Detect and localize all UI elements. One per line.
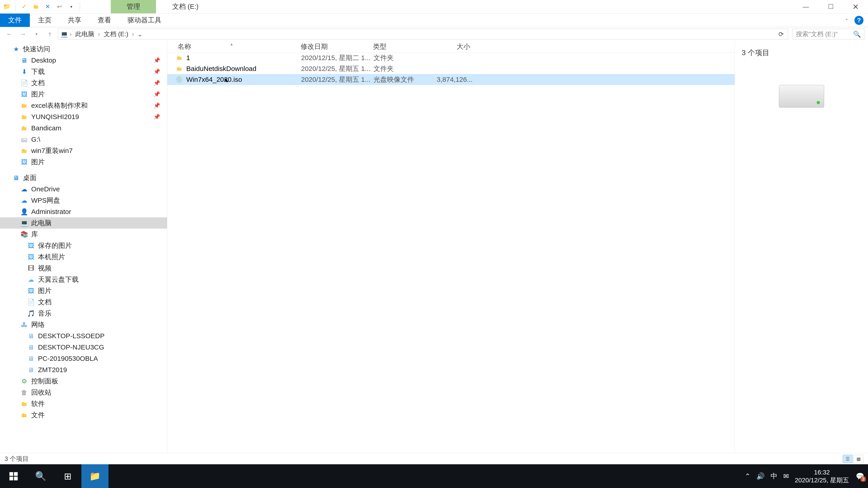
column-header-date[interactable]: 修改日期 — [301, 42, 373, 51]
task-view-button[interactable]: ⊞ — [54, 464, 81, 488]
tree-item-folder[interactable]: 🖿win7重装win7 — [0, 145, 167, 156]
wps-icon: ☁ — [20, 197, 28, 204]
tree-item-onedrive[interactable]: ☁OneDrive — [0, 184, 167, 195]
contextual-tab-manage[interactable]: 管理 — [111, 0, 156, 13]
qat-undo-icon[interactable]: ↩ — [55, 2, 64, 11]
status-bar: 3 个项目 ☰ ▦ — [0, 453, 868, 464]
tree-item-network-pc[interactable]: 🖥ZMT2019 — [0, 364, 167, 376]
search-button[interactable]: 🔍 — [27, 464, 54, 488]
maximize-button[interactable]: ☐ — [818, 0, 843, 13]
file-row[interactable]: 🖿 BaiduNetdiskDownload 2020/12/25, 星期五 1… — [167, 63, 735, 74]
tree-item-library[interactable]: ☁天翼云盘下载 — [0, 274, 167, 285]
tree-item-pictures[interactable]: 🖼图片📌 — [0, 89, 167, 100]
tree-label: 天翼云盘下载 — [38, 275, 79, 284]
breadcrumb-drive[interactable]: 文档 (E:) — [101, 30, 131, 38]
svg-rect-1 — [14, 472, 18, 476]
tree-item-documents[interactable]: 📄文档📌 — [0, 77, 167, 89]
recent-locations-icon[interactable]: ▾ — [31, 29, 42, 40]
status-item-count: 3 个项目 — [4, 455, 29, 463]
breadcrumb-pc[interactable]: 此电脑 — [73, 30, 96, 38]
up-button[interactable]: ↑ — [44, 29, 56, 40]
tree-item-library[interactable]: 🖼保存的图片 — [0, 240, 167, 251]
tree-label: DESKTOP-NJEU3CG — [38, 344, 104, 351]
search-input[interactable]: 搜索"文档 (E:)" 🔍 — [793, 29, 864, 39]
tree-item-network-pc[interactable]: 🖥PC-20190530OBLA — [0, 353, 167, 364]
tree-item-folder[interactable]: 🖿文件 — [0, 410, 167, 421]
file-row[interactable]: 💿 Win7x64_2020.iso 2020/12/25, 星期五 1... … — [167, 74, 735, 85]
start-button[interactable] — [0, 464, 27, 488]
view-icons-button[interactable]: ▦ — [854, 455, 864, 463]
navigation-pane[interactable]: ★ 快速访问 🖥Desktop📌 ⬇下载📌 📄文档📌 🖼图片📌 🖿excel表格… — [0, 41, 167, 453]
taskbar-app-explorer[interactable]: 📁 — [81, 464, 108, 488]
tree-item-desktop[interactable]: 🖥Desktop📌 — [0, 55, 167, 66]
search-icon[interactable]: 🔍 — [853, 31, 861, 38]
tree-item-library[interactable]: 🖼图片 — [0, 285, 167, 296]
tree-item-user[interactable]: 👤Administrator — [0, 206, 167, 217]
tray-app-icon[interactable]: ✉ — [783, 472, 789, 480]
tree-item-recycle-bin[interactable]: 🗑回收站 — [0, 387, 167, 398]
details-pane: 3 个项目 — [735, 41, 868, 453]
column-header-size[interactable]: 大小 — [436, 42, 477, 51]
tree-item-control-panel[interactable]: ⚙控制面板 — [0, 376, 167, 387]
qat-dropdown-icon[interactable]: ▾ — [67, 2, 76, 11]
computer-icon: 🖥 — [27, 366, 35, 374]
tree-item-library[interactable]: 🎞视频 — [0, 263, 167, 274]
computer-icon: 🖥 — [27, 332, 35, 340]
tree-item-folder[interactable]: 🖿excel表格制作求和📌 — [0, 100, 167, 111]
close-button[interactable]: ✕ — [843, 0, 868, 13]
back-button[interactable]: ← — [4, 29, 15, 40]
crumb-sep-icon[interactable]: › — [70, 31, 72, 38]
minimize-button[interactable]: — — [794, 0, 818, 13]
file-date: 2020/12/25, 星期五 1... — [301, 64, 373, 73]
tree-item-this-pc[interactable]: 💻此电脑 — [0, 217, 167, 229]
computer-icon: 🖥 — [27, 355, 35, 362]
tree-label: 文档 — [31, 78, 45, 88]
tree-label: 保存的图片 — [38, 241, 72, 250]
tree-item-network-pc[interactable]: 🖥DESKTOP-NJEU3CG — [0, 341, 167, 353]
column-header-name[interactable]: 名称▴ — [167, 42, 301, 51]
view-details-button[interactable]: ☰ — [843, 455, 852, 463]
tree-item-library[interactable]: 🎵音乐 — [0, 308, 167, 319]
ribbon-tab-home[interactable]: 主页 — [30, 13, 60, 27]
file-row[interactable]: 🖿 1 2020/12/15, 星期二 1... 文件夹 — [167, 53, 735, 63]
help-icon[interactable]: ? — [855, 16, 864, 25]
tree-item-library[interactable]: 📄文档 — [0, 296, 167, 308]
ribbon-tab-share[interactable]: 共享 — [60, 13, 90, 27]
svg-rect-0 — [9, 472, 13, 476]
tree-item-wps[interactable]: ☁WPS网盘 — [0, 195, 167, 206]
action-center-icon[interactable]: 💬3 — [855, 471, 865, 481]
tree-item-folder[interactable]: 🖿软件 — [0, 398, 167, 410]
crumb-sep-icon[interactable]: › — [132, 31, 134, 38]
tree-item-library[interactable]: 🖼本机照片 — [0, 251, 167, 263]
ribbon-tab-drive-tools[interactable]: 驱动器工具 — [119, 13, 169, 27]
volume-icon[interactable]: 🔊 — [756, 472, 765, 480]
clock[interactable]: 16:32 2020/12/25, 星期五 — [795, 468, 849, 484]
tree-item-network[interactable]: 🖧网络 — [0, 319, 167, 330]
file-name: 1 — [186, 54, 301, 62]
refresh-icon[interactable]: ⟳ — [777, 31, 785, 38]
tree-item-drive[interactable]: 🖴G:\ — [0, 134, 167, 145]
forward-button[interactable]: → — [17, 29, 29, 40]
qat-properties-icon[interactable]: ✓ — [20, 2, 29, 11]
tree-item-downloads[interactable]: ⬇下载📌 — [0, 66, 167, 77]
tree-item-folder[interactable]: 🖿Bandicam — [0, 123, 167, 134]
tree-item-folder[interactable]: 🖿YUNQISHI2019📌 — [0, 111, 167, 123]
tree-quick-access[interactable]: ★ 快速访问 — [0, 43, 167, 55]
address-dropdown-icon[interactable]: ⌄ — [135, 31, 144, 38]
tray-overflow-icon[interactable]: ⌃ — [745, 472, 750, 480]
tree-desktop-root[interactable]: 🖥桌面 — [0, 172, 167, 184]
qat-delete-icon[interactable]: ✕ — [43, 2, 52, 11]
ribbon-collapse-icon[interactable]: ⌃ — [843, 17, 850, 24]
tree-label: 软件 — [31, 399, 45, 409]
file-list[interactable]: 名称▴ 修改日期 类型 大小 🖿 1 2020/12/15, 星期二 1... … — [167, 41, 735, 453]
tree-item-libraries[interactable]: 📚库 — [0, 229, 167, 240]
tree-item-folder[interactable]: 🖼图片 — [0, 156, 167, 168]
column-header-type[interactable]: 类型 — [373, 42, 436, 51]
qat-newfolder-icon[interactable]: 🖿 — [31, 2, 40, 11]
ribbon-tab-view[interactable]: 查看 — [90, 13, 119, 27]
crumb-sep-icon[interactable]: › — [98, 31, 100, 38]
tree-item-network-pc[interactable]: 🖥DESKTOP-LSSOEDP — [0, 330, 167, 341]
address-bar[interactable]: 💻 › 此电脑 › 文档 (E:) › ⌄ ⟳ — [58, 29, 788, 39]
ime-indicator[interactable]: 中 — [771, 471, 777, 481]
ribbon-tab-file[interactable]: 文件 — [0, 13, 30, 27]
